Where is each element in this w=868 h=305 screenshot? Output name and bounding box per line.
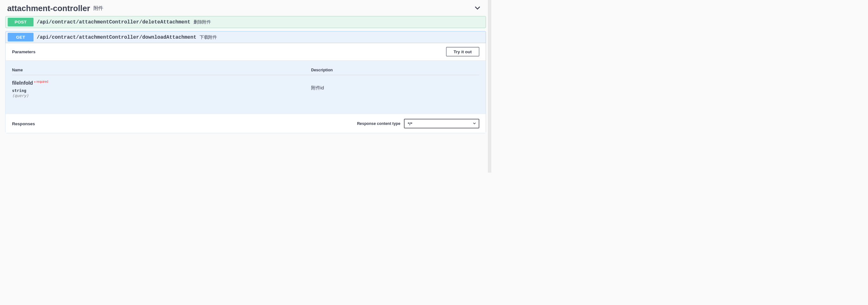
op-summary-text: 删除附件 [193, 19, 211, 25]
scrollbar-vertical[interactable] [488, 0, 491, 172]
param-name: fileInfoId [12, 80, 33, 86]
response-content-type-select-wrap: */* [404, 119, 479, 129]
required-star-icon: * [34, 80, 35, 85]
responses-title: Responses [12, 121, 35, 126]
param-description-cell: 附件id [311, 80, 479, 98]
col-header-description: Description [311, 67, 479, 72]
param-name-cell: fileInfoId*required string (query) [12, 80, 311, 98]
response-content-type-select[interactable]: */* [404, 119, 479, 129]
tag-description: 附件 [93, 5, 103, 12]
op-path: /api/contract/attachmentController/delet… [37, 19, 190, 25]
tag-name: attachment-controller [7, 3, 90, 13]
opblock-summary[interactable]: POST /api/contract/attachmentController/… [6, 17, 486, 28]
opblock-post-delete-attachment[interactable]: POST /api/contract/attachmentController/… [5, 16, 486, 28]
table-row: fileInfoId*required string (query) 附件id [12, 75, 479, 98]
chevron-down-icon [474, 4, 481, 12]
opblock-get-download-attachment: GET /api/contract/attachmentController/d… [5, 31, 486, 133]
method-badge-post: POST [8, 18, 34, 26]
op-summary-text: 下载附件 [199, 34, 217, 40]
responses-bar: Responses Response content type */* [6, 114, 486, 133]
try-it-out-button[interactable]: Try it out [446, 47, 479, 56]
opblock-body: Parameters Try it out Name Description f… [6, 43, 486, 133]
param-type: string [12, 88, 311, 92]
table-header-row: Name Description [12, 60, 479, 75]
parameters-title: Parameters [12, 49, 35, 54]
required-label: required [36, 80, 48, 83]
parameters-bar: Parameters Try it out [6, 43, 486, 60]
tag-header[interactable]: attachment-controller 附件 [0, 2, 491, 16]
col-header-name: Name [12, 67, 311, 72]
parameters-table: Name Description fileInfoId*required str… [6, 60, 486, 114]
param-in: (query) [12, 93, 311, 98]
response-content-type-label: Response content type [357, 121, 400, 126]
op-path: /api/contract/attachmentController/downl… [37, 34, 196, 40]
param-description: 附件id [311, 80, 479, 91]
method-badge-get: GET [8, 33, 34, 41]
opblock-summary[interactable]: GET /api/contract/attachmentController/d… [6, 31, 486, 43]
